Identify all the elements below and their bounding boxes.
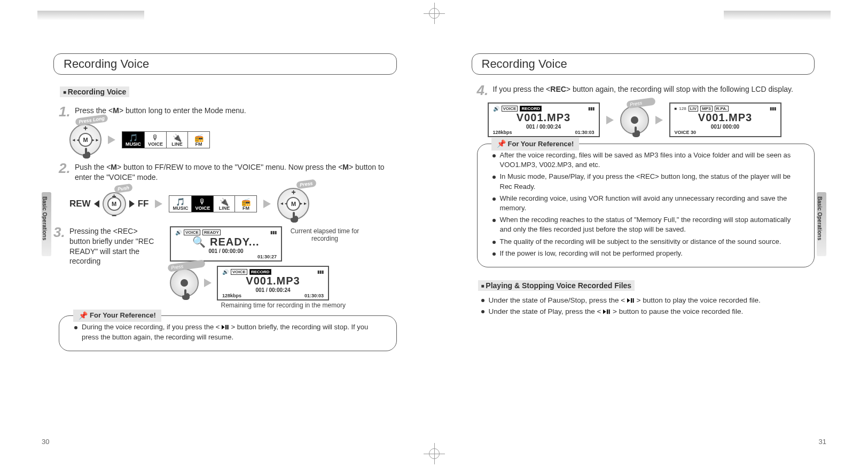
press-badge-2: Press (167, 259, 205, 272)
reference-tab: 📌For Your Reference! (73, 310, 161, 322)
press-badge-right: Press (626, 97, 655, 108)
reference-box-left: 📌For Your Reference! During the voice re… (59, 315, 397, 351)
svg-marker-3 (627, 298, 630, 303)
step2-graphic-row: REW +– Push FF 🎵MUSIC 🎙VOICE 🔌LINE 📻FM +… (69, 188, 397, 220)
pin-icon: 📌 (497, 139, 506, 149)
mode-menu-voice: 🎵MUSIC 🎙VOICE 🔌LINE 📻FM (169, 195, 257, 212)
step-3: 3. Pressing the <REC> button briefly und… (53, 226, 160, 267)
play-stop-bullets: Under the state of Pause/Stop, press the… (481, 295, 815, 318)
svg-rect-4 (631, 298, 632, 303)
reference-item: If the power is low, recording will not … (492, 249, 804, 258)
rew-ff-label: REW +– Push FF (69, 192, 148, 216)
side-tab-right: Basic Operations (817, 192, 826, 256)
svg-rect-2 (227, 325, 228, 329)
step-4: 4. If you press the <REC> button again, … (477, 84, 815, 97)
bullet-pause: Under the state of Play, press the < > b… (481, 306, 815, 318)
reference-box-right: 📌For Your Reference! After the voice rec… (477, 144, 815, 267)
hand-icon (80, 147, 93, 160)
pin-icon: 📌 (79, 311, 88, 321)
heading-text: Recording Voice (64, 57, 149, 71)
page-right: Basic Operations Recording Voice 4. If y… (434, 0, 869, 467)
mode-menu: 🎵MUSIC 🎙VOICE 🔌LINE 📻FM (122, 131, 210, 148)
bullet-play: Under the state of Pause/Stop, press the… (481, 295, 815, 306)
lcd-ready: 🔊VOICEREADY▮▮▮ 🔍 READY... 001 / 00:00:00… (170, 226, 282, 262)
page-number-left: 30 (42, 438, 49, 446)
play-pause-icon (627, 296, 635, 306)
caption-remaining: Remaining time for recording in the memo… (170, 302, 397, 309)
reference-item: During the voice recording, if you press… (74, 322, 386, 342)
heading-right: Recording Voice (472, 53, 815, 75)
step-1: 1. Press the <M> button long to enter th… (59, 106, 397, 118)
push-badge: Push (114, 183, 133, 193)
reference-item: In Music mode, Pause/Play, if you press … (492, 172, 804, 191)
hand-icon (288, 211, 301, 224)
caption-elapsed: Current elapsed time for recording (287, 227, 362, 242)
side-tab-left: Basic Operations (42, 192, 51, 256)
rec-button-icon-right: Press (620, 106, 649, 134)
m-dial-icon: +– ◄◄►► Press Long (69, 124, 101, 156)
heading-left: Recording Voice (53, 53, 397, 75)
svg-rect-1 (225, 325, 226, 329)
m-dial-small-icon: +– Push (103, 192, 126, 216)
step1-graphic-row: +– ◄◄►► Press Long 🎵MUSIC 🎙VOICE 🔌LINE 📻… (69, 124, 397, 156)
step-2: 2. Push the <M> button to FF/REW to move… (59, 162, 397, 183)
reference-item: When the recoding reaches to the status … (492, 215, 804, 234)
svg-rect-5 (632, 298, 634, 303)
svg-marker-6 (603, 310, 606, 314)
reference-item: The quality of the recording will be sub… (492, 237, 804, 247)
rec-button-icon: Press (170, 268, 199, 297)
step4-graphic-row: 🔊VOICERECORD▮▮▮ V001.MP3 001 / 00:00:24 … (488, 102, 815, 137)
svg-marker-0 (222, 325, 225, 329)
arrow-icon (108, 136, 115, 144)
reference-tab-right: 📌For Your Reference! (491, 138, 580, 151)
reference-item: While recording voice, using VOR functio… (492, 194, 804, 213)
play-pause-icon (222, 323, 229, 333)
reference-item: After the voice recording, files will be… (492, 151, 804, 170)
lcd-recording: 🔊VOICERECORD▮▮▮ V001.MP3 001 / 00:00:24 … (217, 266, 329, 300)
hand-icon (179, 289, 192, 302)
subheading-recording-voice: Recording Voice (60, 86, 129, 97)
svg-rect-8 (609, 310, 610, 314)
page-left: Basic Operations Recording Voice Recordi… (0, 0, 434, 467)
lcd-stopped: ■128LIVMP3R.PA.▮▮▮ V001.MP3 001/ 000:00 … (669, 102, 781, 137)
hand-icon (630, 126, 643, 139)
lcd-recording-right: 🔊VOICERECORD▮▮▮ V001.MP3 001 / 00:00:24 … (488, 102, 600, 137)
page-number-right: 31 (819, 438, 826, 446)
m-dial-press-icon: +– ◄◄►► Press (277, 188, 309, 220)
svg-rect-7 (607, 310, 608, 314)
play-pause-icon (603, 307, 611, 318)
subheading-playing-stopping: Playing & Stopping Voice Recorded Files (478, 280, 635, 291)
